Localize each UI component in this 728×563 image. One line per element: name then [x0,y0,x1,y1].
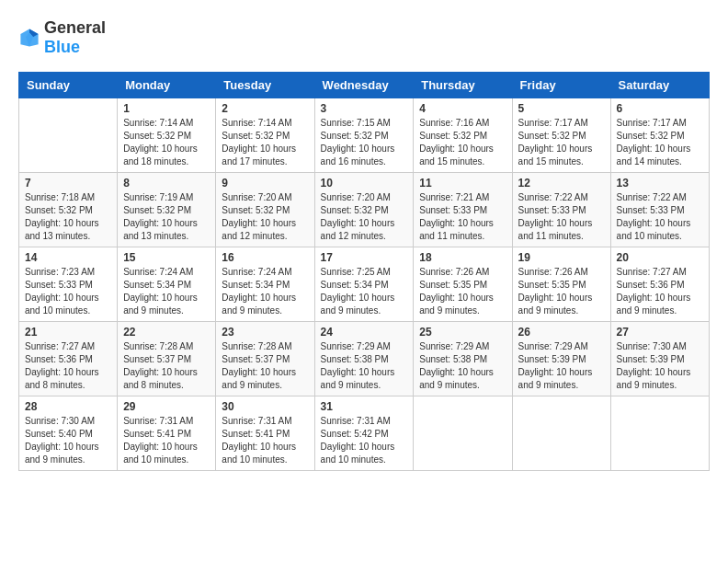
calendar-cell [414,396,512,471]
calendar-cell: 11Sunrise: 7:21 AM Sunset: 5:33 PM Dayli… [414,173,512,247]
day-number: 19 [518,251,605,264]
calendar-cell: 3Sunrise: 7:15 AM Sunset: 5:32 PM Daylig… [314,98,414,173]
calendar-week-row: 21Sunrise: 7:27 AM Sunset: 5:36 PM Dayli… [19,322,710,396]
day-number: 16 [222,251,308,264]
day-number: 25 [419,326,506,339]
calendar-cell: 12Sunrise: 7:22 AM Sunset: 5:33 PM Dayli… [512,173,610,247]
day-number: 8 [123,177,210,190]
day-number: 27 [617,326,703,339]
day-number: 22 [123,326,210,339]
calendar-table: SundayMondayTuesdayWednesdayThursdayFrid… [18,72,710,471]
day-info: Sunrise: 7:14 AM Sunset: 5:32 PM Dayligh… [123,117,210,168]
day-info: Sunrise: 7:30 AM Sunset: 5:40 PM Dayligh… [25,415,111,466]
day-number: 12 [518,177,605,190]
day-number: 14 [25,251,111,264]
page-header: General Blue [18,18,710,57]
calendar-cell: 29Sunrise: 7:31 AM Sunset: 5:41 PM Dayli… [118,396,216,471]
day-info: Sunrise: 7:28 AM Sunset: 5:37 PM Dayligh… [222,340,308,392]
day-number: 23 [222,326,308,339]
day-number: 20 [617,251,703,264]
day-info: Sunrise: 7:31 AM Sunset: 5:41 PM Dayligh… [222,415,308,466]
day-info: Sunrise: 7:24 AM Sunset: 5:34 PM Dayligh… [123,266,210,317]
calendar-cell [610,396,709,471]
calendar-cell: 30Sunrise: 7:31 AM Sunset: 5:41 PM Dayli… [216,396,314,471]
day-number: 29 [123,400,210,413]
calendar-cell: 4Sunrise: 7:16 AM Sunset: 5:32 PM Daylig… [414,98,512,173]
day-info: Sunrise: 7:28 AM Sunset: 5:37 PM Dayligh… [123,340,210,392]
calendar-cell: 7Sunrise: 7:18 AM Sunset: 5:32 PM Daylig… [19,173,118,247]
day-info: Sunrise: 7:17 AM Sunset: 5:32 PM Dayligh… [617,117,703,168]
day-number: 3 [321,102,408,115]
calendar-cell: 23Sunrise: 7:28 AM Sunset: 5:37 PM Dayli… [216,322,314,396]
day-info: Sunrise: 7:20 AM Sunset: 5:32 PM Dayligh… [222,191,308,243]
day-number: 18 [419,251,506,264]
day-info: Sunrise: 7:26 AM Sunset: 5:35 PM Dayligh… [419,266,506,317]
calendar-cell: 18Sunrise: 7:26 AM Sunset: 5:35 PM Dayli… [414,247,512,322]
calendar-week-row: 28Sunrise: 7:30 AM Sunset: 5:40 PM Dayli… [19,396,710,471]
day-number: 13 [617,177,703,190]
calendar-cell: 10Sunrise: 7:20 AM Sunset: 5:32 PM Dayli… [314,173,414,247]
column-header-monday: Monday [118,73,216,98]
day-number: 31 [321,400,408,413]
day-info: Sunrise: 7:21 AM Sunset: 5:33 PM Dayligh… [419,191,506,243]
calendar-week-row: 14Sunrise: 7:23 AM Sunset: 5:33 PM Dayli… [19,247,710,322]
column-header-saturday: Saturday [610,73,709,98]
day-info: Sunrise: 7:29 AM Sunset: 5:38 PM Dayligh… [321,340,408,392]
calendar-cell: 16Sunrise: 7:24 AM Sunset: 5:34 PM Dayli… [216,247,314,322]
calendar-cell [19,98,118,173]
calendar-cell [512,396,610,471]
calendar-cell: 9Sunrise: 7:20 AM Sunset: 5:32 PM Daylig… [216,173,314,247]
calendar-cell: 28Sunrise: 7:30 AM Sunset: 5:40 PM Dayli… [19,396,118,471]
day-number: 1 [123,102,210,115]
day-number: 21 [25,326,111,339]
day-number: 11 [419,177,506,190]
column-header-wednesday: Wednesday [314,73,414,98]
calendar-cell: 26Sunrise: 7:29 AM Sunset: 5:39 PM Dayli… [512,322,610,396]
day-number: 4 [419,102,506,115]
day-info: Sunrise: 7:24 AM Sunset: 5:34 PM Dayligh… [222,266,308,317]
day-info: Sunrise: 7:30 AM Sunset: 5:39 PM Dayligh… [617,340,703,392]
day-info: Sunrise: 7:19 AM Sunset: 5:32 PM Dayligh… [123,191,210,243]
logo: General Blue [18,18,106,57]
column-header-sunday: Sunday [19,73,118,98]
calendar-cell: 6Sunrise: 7:17 AM Sunset: 5:32 PM Daylig… [610,98,709,173]
day-number: 6 [617,102,703,115]
day-number: 15 [123,251,210,264]
calendar-week-row: 7Sunrise: 7:18 AM Sunset: 5:32 PM Daylig… [19,173,710,247]
calendar-cell: 8Sunrise: 7:19 AM Sunset: 5:32 PM Daylig… [118,173,216,247]
day-number: 9 [222,177,308,190]
calendar-cell: 24Sunrise: 7:29 AM Sunset: 5:38 PM Dayli… [314,322,414,396]
column-header-friday: Friday [512,73,610,98]
calendar-cell: 1Sunrise: 7:14 AM Sunset: 5:32 PM Daylig… [118,98,216,173]
logo-icon [18,27,40,49]
day-info: Sunrise: 7:29 AM Sunset: 5:39 PM Dayligh… [518,340,605,392]
day-info: Sunrise: 7:18 AM Sunset: 5:32 PM Dayligh… [25,191,111,243]
calendar-cell: 13Sunrise: 7:22 AM Sunset: 5:33 PM Dayli… [610,173,709,247]
column-header-thursday: Thursday [414,73,512,98]
day-info: Sunrise: 7:31 AM Sunset: 5:42 PM Dayligh… [321,415,408,466]
day-info: Sunrise: 7:20 AM Sunset: 5:32 PM Dayligh… [321,191,408,243]
calendar-cell: 31Sunrise: 7:31 AM Sunset: 5:42 PM Dayli… [314,396,414,471]
calendar-header-row: SundayMondayTuesdayWednesdayThursdayFrid… [19,73,710,98]
day-number: 5 [518,102,605,115]
day-info: Sunrise: 7:16 AM Sunset: 5:32 PM Dayligh… [419,117,506,168]
logo-general-text: General [44,18,106,37]
calendar-cell: 25Sunrise: 7:29 AM Sunset: 5:38 PM Dayli… [414,322,512,396]
calendar-cell: 2Sunrise: 7:14 AM Sunset: 5:32 PM Daylig… [216,98,314,173]
day-number: 2 [222,102,308,115]
calendar-cell: 5Sunrise: 7:17 AM Sunset: 5:32 PM Daylig… [512,98,610,173]
calendar-cell: 17Sunrise: 7:25 AM Sunset: 5:34 PM Dayli… [314,247,414,322]
calendar-week-row: 1Sunrise: 7:14 AM Sunset: 5:32 PM Daylig… [19,98,710,173]
calendar-cell: 27Sunrise: 7:30 AM Sunset: 5:39 PM Dayli… [610,322,709,396]
day-info: Sunrise: 7:22 AM Sunset: 5:33 PM Dayligh… [617,191,703,243]
day-number: 26 [518,326,605,339]
calendar-cell: 21Sunrise: 7:27 AM Sunset: 5:36 PM Dayli… [19,322,118,396]
day-number: 17 [321,251,408,264]
day-info: Sunrise: 7:27 AM Sunset: 5:36 PM Dayligh… [617,266,703,317]
calendar-cell: 22Sunrise: 7:28 AM Sunset: 5:37 PM Dayli… [118,322,216,396]
day-info: Sunrise: 7:31 AM Sunset: 5:41 PM Dayligh… [123,415,210,466]
calendar-cell: 19Sunrise: 7:26 AM Sunset: 5:35 PM Dayli… [512,247,610,322]
day-number: 7 [25,177,111,190]
day-info: Sunrise: 7:25 AM Sunset: 5:34 PM Dayligh… [321,266,408,317]
day-info: Sunrise: 7:27 AM Sunset: 5:36 PM Dayligh… [25,340,111,392]
